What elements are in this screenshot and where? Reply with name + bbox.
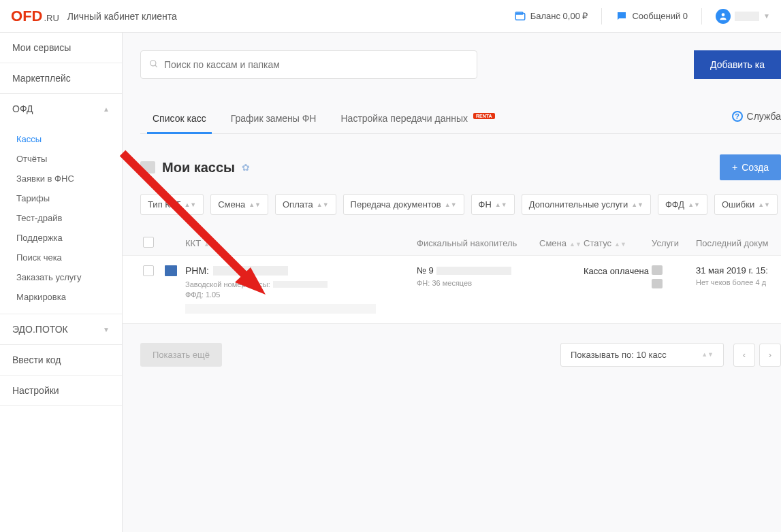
select-all-checkbox[interactable] bbox=[143, 237, 154, 248]
col-status[interactable]: Статус▲▼ bbox=[584, 238, 652, 248]
messages-text: Сообщений 0 bbox=[632, 11, 688, 21]
fn-duration: ФН: 36 месяцев bbox=[417, 279, 539, 287]
sidebar-group-settings: Настройки bbox=[0, 376, 122, 406]
rnm-label: РНМ: bbox=[185, 265, 209, 276]
sidebar-group-code: Ввести код bbox=[0, 345, 122, 376]
header-right: Баланс 0,00 ₽ Сообщений 0 ▼ bbox=[514, 8, 770, 24]
sort-icon: ▲▼ bbox=[495, 202, 507, 207]
sort-icon: ▲▼ bbox=[204, 242, 216, 247]
perpage-select[interactable]: Показывать по: 10 касс ▲▼ bbox=[560, 343, 724, 367]
tab-fn-schedule[interactable]: График замены ФН bbox=[219, 106, 329, 133]
sidebar-item-enter-code[interactable]: Ввести код bbox=[0, 345, 122, 375]
gear-icon[interactable]: ✿ bbox=[242, 162, 250, 173]
logo-o: O bbox=[11, 7, 22, 25]
search-row: Добавить ка bbox=[140, 50, 781, 79]
sort-icon: ▲▼ bbox=[569, 242, 581, 247]
show-more-button[interactable]: Показать ещё bbox=[140, 343, 222, 367]
fn-prefix: № 9 bbox=[417, 265, 434, 276]
sidebar-item-settings[interactable]: Настройки bbox=[0, 376, 122, 405]
col-shift[interactable]: Смена▲▼ bbox=[539, 238, 584, 248]
filter-docs[interactable]: Передача документов▲▼ bbox=[343, 194, 464, 215]
search-box[interactable] bbox=[140, 50, 477, 79]
table-row[interactable]: РНМ: Заводской номер кассы: ФФД: 1.05 № … bbox=[123, 255, 781, 324]
bottom-row: Показать ещё Показывать по: 10 касс ▲▼ ‹… bbox=[140, 343, 781, 367]
logo[interactable]: OFD.RU bbox=[11, 7, 59, 25]
sidebar-item-find-receipt[interactable]: Поиск чека bbox=[0, 248, 122, 267]
col-kkt[interactable]: ККТ▲▼ bbox=[185, 238, 417, 248]
folder-icon bbox=[140, 161, 155, 173]
sidebar-item-order-service[interactable]: Заказать услугу bbox=[0, 267, 122, 287]
sidebar-item-kassy[interactable]: Кассы bbox=[0, 129, 122, 149]
redacted-value bbox=[273, 281, 328, 288]
sort-icon: ▲▼ bbox=[688, 202, 700, 207]
avatar-placeholder bbox=[735, 12, 759, 21]
fn-cell: № 9 ФН: 36 месяцев bbox=[417, 265, 539, 287]
main-content: Добавить ка Список касс График замены ФН… bbox=[123, 33, 781, 532]
filter-errors[interactable]: Ошибки▲▼ bbox=[714, 194, 778, 215]
section-title: Мои кассы bbox=[162, 160, 235, 176]
sidebar-item-reports[interactable]: Отчёты bbox=[0, 149, 122, 169]
sidebar-item-my-services[interactable]: Мои сервисы bbox=[0, 33, 122, 63]
cash-register-icon bbox=[165, 265, 177, 276]
filter-extra[interactable]: Дополнительные услуги▲▼ bbox=[522, 194, 651, 215]
filter-fn[interactable]: ФН▲▼ bbox=[471, 194, 515, 215]
create-folder-button[interactable]: + Созда bbox=[720, 154, 781, 180]
sort-icon: ▲▼ bbox=[631, 202, 643, 207]
header-subtitle: Личный кабинет клиента bbox=[67, 11, 177, 22]
chat-icon bbox=[616, 10, 628, 22]
main-inner: Добавить ка Список касс График замены ФН… bbox=[123, 33, 781, 367]
service-icon bbox=[652, 279, 663, 288]
status-cell: Касса оплачена bbox=[584, 265, 652, 278]
balance-text: Баланс 0,00 ₽ bbox=[530, 11, 588, 21]
filter-kkt-type[interactable]: Тип ККТ▲▼ bbox=[140, 194, 204, 215]
filter-shift[interactable]: Смена▲▼ bbox=[210, 194, 268, 215]
ffd-value: ФФД: 1.05 bbox=[185, 290, 417, 299]
page-prev-button[interactable]: ‹ bbox=[733, 344, 755, 367]
date-cell: 31 мая 2019 г. 15: Нет чеков более 4 д bbox=[696, 265, 781, 286]
search-icon bbox=[149, 59, 159, 71]
svg-point-3 bbox=[150, 60, 156, 65]
sidebar-group-ofd: ОФД ▲ Кассы Отчёты Заявки в ФНС Тарифы Т… bbox=[0, 94, 122, 314]
factory-label: Заводской номер кассы: bbox=[185, 280, 270, 288]
sort-icon: ▲▼ bbox=[701, 352, 714, 357]
tabs: Список касс График замены ФН Настройка п… bbox=[140, 106, 781, 134]
sidebar-item-marketplace[interactable]: Маркетплейс bbox=[0, 63, 122, 93]
sidebar-item-fns[interactable]: Заявки в ФНС bbox=[0, 169, 122, 188]
redacted-value bbox=[213, 266, 288, 276]
sidebar-item-edo[interactable]: ЭДО.ПОТОК ▼ bbox=[0, 314, 122, 344]
sidebar-item-marking[interactable]: Маркировка bbox=[0, 287, 122, 307]
account-menu[interactable]: ▼ bbox=[716, 9, 770, 24]
avatar-icon bbox=[716, 9, 731, 24]
search-input[interactable] bbox=[164, 59, 468, 70]
service-icon bbox=[652, 265, 663, 275]
sidebar-item-tariffs[interactable]: Тарифы bbox=[0, 188, 122, 208]
wallet-icon bbox=[514, 10, 526, 22]
filter-ffd[interactable]: ФФД▲▼ bbox=[658, 194, 707, 215]
sidebar: Мои сервисы Маркетплейс ОФД ▲ Кассы Отчё… bbox=[0, 33, 123, 532]
row-checkbox[interactable] bbox=[143, 265, 154, 276]
sidebar-group-services: Мои сервисы bbox=[0, 33, 122, 63]
chevron-down-icon: ▼ bbox=[103, 326, 110, 333]
filter-payment[interactable]: Оплата▲▼ bbox=[275, 194, 336, 215]
col-last-doc: Последний докум bbox=[696, 238, 781, 248]
balance-link[interactable]: Баланс 0,00 ₽ bbox=[514, 10, 588, 22]
chevron-up-icon: ▲ bbox=[103, 105, 110, 113]
separator bbox=[701, 8, 702, 24]
sidebar-group-edo: ЭДО.ПОТОК ▼ bbox=[0, 314, 122, 345]
redacted-value bbox=[436, 267, 511, 275]
tab-transfer-settings[interactable]: Настройка передачи данных RENTA bbox=[328, 106, 507, 133]
messages-link[interactable]: Сообщений 0 bbox=[616, 10, 688, 22]
redacted-value bbox=[185, 304, 376, 314]
sidebar-item-testdrive[interactable]: Тест-драйв bbox=[0, 208, 122, 228]
sort-icon: ▲▼ bbox=[758, 202, 770, 207]
help-link[interactable]: ? Служба bbox=[732, 111, 781, 129]
help-icon: ? bbox=[732, 111, 743, 122]
tab-list[interactable]: Список касс bbox=[140, 106, 219, 133]
sidebar-item-support[interactable]: Поддержка bbox=[0, 228, 122, 248]
page-next-button[interactable]: › bbox=[759, 344, 781, 367]
sidebar-head-ofd[interactable]: ОФД ▲ bbox=[0, 94, 122, 124]
kkt-cell: РНМ: Заводской номер кассы: ФФД: 1.05 bbox=[185, 265, 417, 314]
add-kkt-button[interactable]: Добавить ка bbox=[694, 50, 781, 79]
svg-point-2 bbox=[722, 13, 725, 16]
sort-icon: ▲▼ bbox=[614, 242, 626, 247]
